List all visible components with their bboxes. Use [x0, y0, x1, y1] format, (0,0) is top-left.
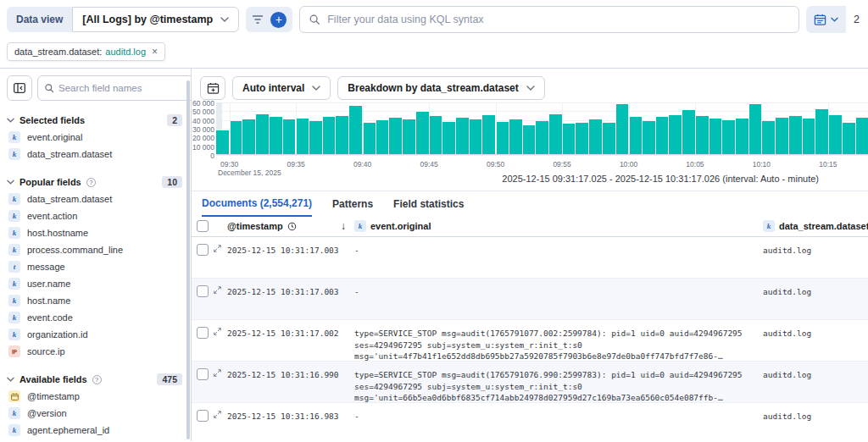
query-actions-group: + [246, 7, 292, 32]
histogram-bar [696, 116, 709, 155]
row-checkbox[interactable] [197, 368, 209, 380]
select-all-checkbox[interactable] [197, 220, 209, 232]
event-original-cell: type=SERVICE_STOP msg=audit(1765791077.0… [354, 320, 760, 361]
row-checkbox[interactable] [197, 327, 209, 339]
field-item[interactable]: kevent.code [7, 309, 182, 326]
histogram-bar [376, 120, 389, 154]
histogram-bars[interactable] [216, 102, 868, 154]
histogram-bar [803, 119, 815, 154]
field-item[interactable]: kevent.action [7, 207, 182, 224]
field-count-badge: 475 [157, 373, 182, 385]
collapse-sidebar-button[interactable] [7, 75, 32, 101]
calendar-icon [814, 14, 826, 26]
field-item[interactable]: kevent.original [7, 129, 182, 146]
histogram-bar [762, 121, 775, 154]
histogram-bar [656, 117, 669, 154]
timestamp-cell: 2025-12-15 10:31:17.003 [227, 279, 354, 319]
y-axis-tick-label: 10 000 [192, 143, 214, 152]
histogram-bar [629, 117, 642, 154]
edit-visualization-button[interactable] [200, 76, 225, 100]
info-icon[interactable]: ? [92, 375, 102, 384]
field-item[interactable]: kprocess.command_line [7, 241, 182, 258]
keyword-field-icon: k [8, 278, 20, 290]
chevron-down-icon [220, 17, 229, 22]
info-icon[interactable]: ? [86, 178, 96, 187]
expand-row-icon[interactable] [213, 244, 222, 253]
expand-row-icon[interactable] [213, 368, 222, 378]
tab-documents[interactable]: Documents (2,554,271) [202, 191, 312, 217]
field-item[interactable]: kdata_stream.dataset [7, 191, 182, 207]
filter-pill-value: auditd.log [105, 47, 146, 57]
histogram-bar [576, 123, 588, 154]
tab-field[interactable]: Field statistics [393, 191, 464, 217]
field-section-header[interactable]: Available fields?475 [7, 371, 182, 388]
histogram-bar [270, 117, 282, 154]
collapse-panel-icon [14, 83, 25, 93]
x-axis-tick-label: 10:00 [620, 160, 637, 169]
tab-patterns[interactable]: Patterns [332, 191, 373, 217]
data-view-selector[interactable]: [All Logs] by @timestamp [72, 7, 239, 32]
dataset-cell: auditd.log [760, 237, 868, 278]
add-filter-button[interactable]: + [270, 12, 287, 28]
date-picker-button[interactable] [806, 6, 846, 33]
table-row: 2025-12-15 10:31:17.003-auditd.log [192, 279, 868, 320]
table-row: 2025-12-15 10:31:17.002type=SERVICE_STOP… [192, 320, 868, 362]
expand-row-icon[interactable] [213, 410, 222, 419]
sort-descending-icon[interactable]: ↓ [341, 220, 346, 232]
histogram-bar [843, 123, 855, 154]
histogram-bar [709, 119, 722, 154]
field-item[interactable]: @timestamp [7, 388, 182, 405]
field-item[interactable]: kagent.ephemeral_id [7, 422, 182, 439]
chevron-down-icon [7, 118, 14, 123]
dataset-cell: auditd.log [760, 320, 868, 361]
field-section-header[interactable]: Popular fields?10 [7, 174, 182, 191]
event-original-cell: type=SERVICE_STOP msg=audit(1765791076.9… [354, 362, 760, 402]
histogram-bar [589, 119, 602, 154]
field-item[interactable]: korganization.id [7, 326, 182, 343]
kql-search-bar[interactable] [299, 6, 799, 33]
keyword-field-icon: k [8, 193, 20, 205]
chevron-down-icon [312, 86, 320, 91]
field-item[interactable]: IPsource.ip [7, 343, 182, 360]
dataset-column-header[interactable]: data_stream.dataset [779, 221, 868, 231]
row-checkbox[interactable] [197, 410, 209, 422]
event-original-column-header[interactable]: event.original [370, 221, 431, 231]
field-item[interactable]: khost.hostname [7, 224, 182, 241]
sidebar-scrollbar[interactable] [186, 80, 190, 439]
x-axis-tick-label: 09:35 [287, 160, 304, 169]
field-item[interactable]: kdata_stream.dataset [7, 146, 182, 163]
date-picker: 2 [806, 6, 861, 33]
filter-menu-button[interactable] [252, 14, 264, 25]
expand-row-icon[interactable] [213, 285, 222, 295]
histogram-bar [296, 119, 309, 154]
histogram-bar [722, 120, 735, 154]
field-item[interactable]: khost.name [7, 292, 182, 309]
histogram-bar [309, 121, 322, 154]
event-original-cell: - [354, 279, 760, 319]
filter-pill[interactable]: data_stream.dataset: auditd.log × [7, 42, 165, 61]
x-axis-tick-label: 09:40 [353, 160, 371, 169]
field-item[interactable]: kuser.name [7, 275, 182, 292]
table-header-row: @timestamp ↓ k event.original k data_str… [192, 216, 868, 237]
histogram-bar [323, 117, 336, 154]
keyword-field-icon: k [8, 131, 20, 143]
timestamp-column-header[interactable]: @timestamp [227, 221, 283, 231]
data-view-label: Data view [7, 7, 72, 32]
row-checkbox[interactable] [197, 285, 209, 297]
interval-selector[interactable]: Auto interval [232, 76, 331, 100]
histogram-bar [669, 115, 682, 155]
field-section-header[interactable]: Selected fields2 [7, 112, 182, 129]
breakdown-selector[interactable]: Breakdown by data_stream.dataset [337, 76, 544, 100]
field-search-box[interactable]: 0 [37, 75, 192, 101]
breakdown-label: Breakdown by data_stream.dataset [348, 82, 518, 94]
top-navigation-bar: Data view [All Logs] by @timestamp + 2 [0, 0, 868, 39]
row-checkbox[interactable] [197, 244, 209, 256]
remove-filter-icon[interactable]: × [152, 47, 158, 56]
field-search-input[interactable] [58, 83, 189, 93]
field-item[interactable]: kagent.id [7, 439, 182, 441]
date-range-text[interactable]: 2 [846, 14, 861, 25]
kql-input[interactable] [327, 14, 790, 25]
field-item[interactable]: tmessage [7, 258, 182, 275]
field-item[interactable]: k@version [7, 405, 182, 422]
expand-row-icon[interactable] [213, 327, 222, 336]
